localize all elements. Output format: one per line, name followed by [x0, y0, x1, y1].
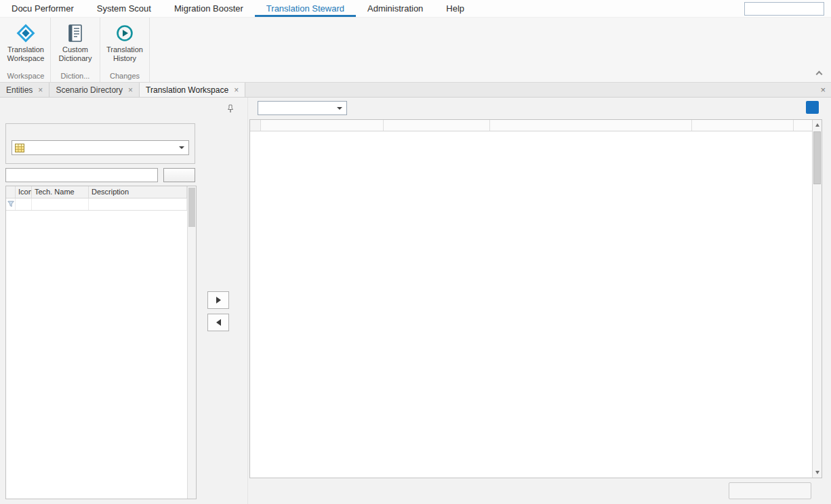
ribbon-group-changes: TranslationHistoryChanges	[100, 18, 150, 82]
chevron-down-icon	[179, 146, 184, 149]
grid-header-tree[interactable]	[261, 120, 384, 131]
column-header-tech-name[interactable]: Tech. Name	[32, 186, 89, 198]
tab-scenario-directory[interactable]: Scenario Directory×	[49, 83, 140, 97]
select-entities-panel: IconTech. NameDescription	[0, 98, 248, 504]
arrow-down-icon	[815, 471, 819, 474]
document-tab-bar: Entities×Scenario Directory×Translation …	[0, 83, 831, 98]
ribbon-group-workspace: TranslationWorkspaceWorkspace	[1, 18, 51, 82]
ribbon-group-diction: CustomDictionaryDiction...	[51, 18, 100, 82]
tab-close-icon[interactable]: ×	[234, 87, 239, 93]
dictionary-icon	[65, 23, 85, 43]
tabbar-close-icon[interactable]: ×	[820, 85, 826, 95]
filter-cell[interactable]	[16, 198, 32, 210]
menu-item-migration-booster[interactable]: Migration Booster	[163, 0, 255, 17]
grid-header-scope[interactable]	[692, 120, 794, 131]
arrow-left-icon	[216, 319, 221, 326]
entity-search-input[interactable]	[5, 168, 158, 182]
load-button[interactable]	[163, 168, 195, 182]
translation-history-button[interactable]: TranslationHistory	[103, 19, 146, 69]
scroll-down-button[interactable]	[813, 467, 822, 478]
ribbon-button-label: History	[103, 54, 146, 63]
entity-table-filter-row[interactable]	[6, 198, 187, 211]
ribbon-groups: TranslationWorkspaceWorkspaceCustomDicti…	[0, 18, 831, 82]
history-icon	[115, 23, 135, 43]
menu-item-system-scout[interactable]: System Scout	[85, 0, 163, 17]
grid-main	[250, 120, 812, 478]
filter-row-indicator	[6, 198, 16, 210]
ribbon-button-area: TranslationHistory	[103, 19, 146, 69]
menu-item-administration[interactable]: Administration	[356, 0, 434, 17]
pin-icon[interactable]	[226, 104, 235, 113]
entity-table: IconTech. NameDescription	[5, 186, 197, 499]
ribbon-group-caption: Workspace	[4, 69, 47, 82]
tab-label: Translation Workspace	[146, 85, 228, 95]
grid-header-long-description[interactable]	[490, 120, 692, 131]
scroll-up-button[interactable]	[813, 120, 822, 130]
move-left-button[interactable]	[207, 314, 229, 331]
ribbon-button-label: Dictionary	[54, 54, 97, 63]
tab-entities[interactable]: Entities×	[0, 83, 49, 97]
grid-vertical-scrollbar[interactable]	[812, 120, 822, 478]
ribbon-button-label: Custom	[54, 45, 97, 54]
ribbon-button-label: Translation	[4, 45, 47, 54]
ribbon-group-caption: Diction...	[54, 69, 97, 82]
tab-close-icon[interactable]: ×	[38, 87, 43, 93]
workspace-icon	[16, 23, 36, 43]
filter-cell[interactable]	[32, 198, 89, 210]
menu-bar: Docu PerformerSystem ScoutMigration Boos…	[0, 0, 831, 18]
query-icon	[15, 144, 24, 152]
translation-workspace-panel	[248, 98, 831, 504]
filter-funnel-icon	[7, 200, 14, 209]
tab-label: Scenario Directory	[56, 85, 123, 95]
tab-label: Entities	[6, 85, 33, 95]
translation-grid	[249, 119, 822, 478]
header-indicator-cell	[6, 186, 16, 198]
tips-and-tricks-button[interactable]	[744, 2, 824, 16]
object-type-groupbox	[5, 123, 195, 164]
custom-dictionary-button[interactable]: CustomDictionary	[54, 19, 97, 69]
scrollbar-thumb[interactable]	[188, 188, 195, 227]
scrollbar-thumb[interactable]	[813, 131, 821, 184]
column-header-description[interactable]: Description	[89, 186, 187, 198]
entity-table-main: IconTech. NameDescription	[6, 186, 187, 499]
menu-item-translation-steward[interactable]: Translation Steward	[255, 0, 356, 17]
tabs-container: Entities×Scenario Directory×Translation …	[0, 83, 245, 97]
ribbon-collapse-button[interactable]	[813, 70, 824, 78]
grid-header-extra	[794, 120, 812, 131]
grid-header-indicator	[250, 120, 261, 131]
ribbon-group-caption: Changes	[103, 69, 146, 82]
tab-translation-workspace[interactable]: Translation Workspace×	[140, 83, 245, 97]
update-texts-in-sap-button[interactable]	[729, 482, 811, 499]
help-button[interactable]	[806, 101, 819, 114]
entity-table-header: IconTech. NameDescription	[6, 186, 187, 198]
menu-item-docu-performer[interactable]: Docu Performer	[0, 0, 85, 17]
translation-toolbar	[248, 98, 831, 118]
filter-cell[interactable]	[89, 198, 187, 210]
arrow-right-icon	[216, 297, 221, 303]
move-right-button[interactable]	[207, 291, 229, 309]
chevron-down-icon	[337, 107, 342, 110]
entity-table-scrollbar[interactable]	[187, 186, 196, 499]
language-pair-dropdown[interactable]	[258, 101, 347, 115]
menu-items: Docu PerformerSystem ScoutMigration Boos…	[0, 0, 831, 17]
translation-workspace-button[interactable]: TranslationWorkspace	[4, 19, 47, 69]
chevron-up-icon	[815, 71, 822, 78]
ribbon-button-area: TranslationWorkspace	[4, 19, 47, 69]
ribbon: TranslationWorkspaceWorkspaceCustomDicti…	[0, 18, 831, 83]
column-header-icon[interactable]: Icon	[16, 186, 32, 198]
ribbon-button-area: CustomDictionary	[54, 19, 97, 69]
ribbon-button-label: Workspace	[4, 54, 47, 63]
object-type-dropdown[interactable]	[12, 140, 189, 155]
menu-item-help[interactable]: Help	[434, 0, 476, 17]
grid-header	[250, 120, 812, 131]
arrow-up-icon	[815, 123, 819, 127]
tab-close-icon[interactable]: ×	[128, 87, 133, 93]
ribbon-button-label: Translation	[103, 45, 146, 54]
grid-header-short-description[interactable]	[384, 120, 490, 131]
app-window: Docu PerformerSystem ScoutMigration Boos…	[0, 0, 831, 504]
